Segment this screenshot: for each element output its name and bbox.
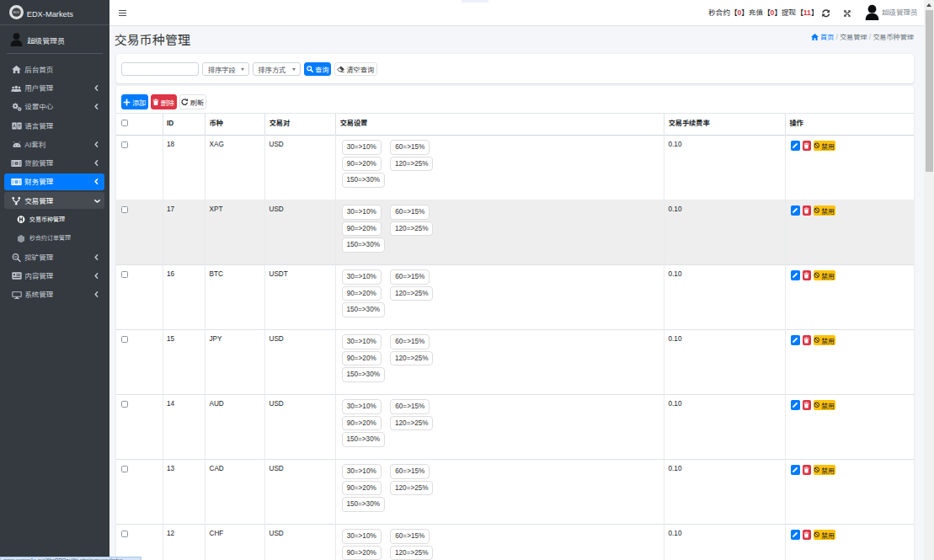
svg-text:EDX: EDX [13,10,20,13]
